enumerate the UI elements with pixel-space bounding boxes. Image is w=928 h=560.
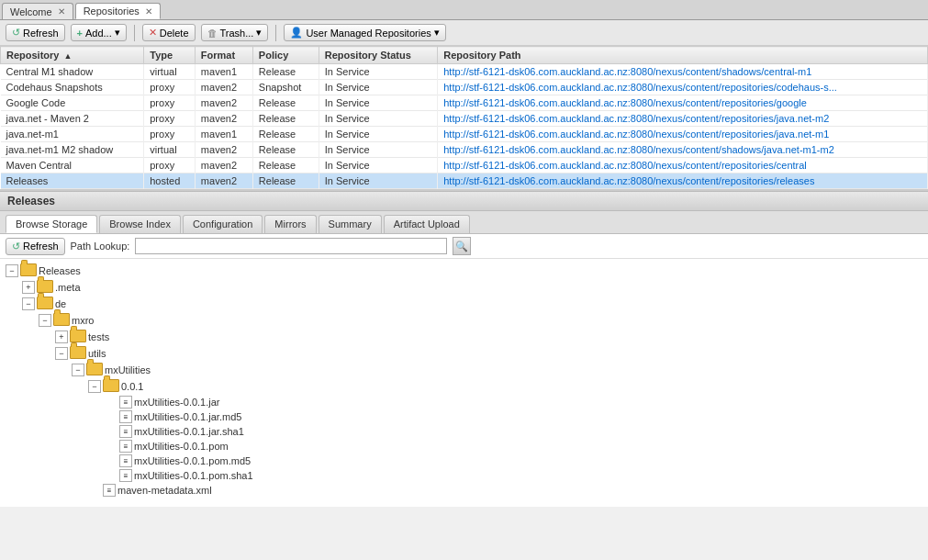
col-format[interactable]: Format [195, 47, 252, 64]
folder-icon [37, 297, 53, 311]
cell-format: maven1 [195, 64, 252, 80]
tree-expander[interactable]: + [55, 330, 68, 343]
cell-policy: Release [252, 127, 319, 142]
tab-repositories[interactable]: Repositories ✕ [75, 3, 161, 19]
file-icon: ≡ [119, 440, 132, 453]
sub-tab-mirrors[interactable]: Mirrors [264, 215, 316, 233]
table-row[interactable]: Central M1 shadow virtual maven1 Release… [1, 64, 928, 80]
table-row[interactable]: Google Code proxy maven2 Release In Serv… [1, 95, 928, 111]
tree-expander[interactable]: − [39, 314, 51, 327]
tree-expander[interactable] [105, 396, 117, 409]
col-path[interactable]: Repository Path [438, 47, 928, 64]
tree-expander[interactable]: − [72, 364, 84, 376]
tree-expander[interactable]: − [6, 264, 18, 277]
list-item[interactable]: − mxUtilities [6, 362, 922, 378]
trash-button[interactable]: 🗑 Trash... ▾ [201, 24, 269, 41]
file-icon: ≡ [119, 396, 132, 409]
table-row[interactable]: Releases hosted maven2 Release In Servic… [1, 174, 928, 189]
cell-repo: java.net-m1 M2 shadow [1, 142, 144, 158]
table-row[interactable]: Codehaus Snapshots proxy maven2 Snapshot… [1, 80, 928, 95]
cell-policy: Release [252, 158, 319, 174]
tree-item-label: mxUtilities-0.0.1.jar.sha1 [134, 426, 244, 437]
tree-expander[interactable]: − [55, 347, 68, 360]
col-policy[interactable]: Policy [252, 47, 319, 64]
list-item[interactable]: − de [6, 296, 922, 312]
cell-policy: Release [252, 64, 319, 80]
tree-expander[interactable] [105, 440, 117, 453]
cell-type: proxy [144, 80, 196, 95]
path-lookup-label: Path Lookup: [71, 241, 130, 252]
sub-tab-configuration[interactable]: Configuration [183, 215, 263, 233]
cell-status: In Service [319, 95, 437, 111]
table-row[interactable]: java.net - Maven 2 proxy maven2 Release … [1, 111, 928, 127]
list-item[interactable]: ≡mxUtilities-0.0.1.jar [6, 395, 922, 409]
sub-tab-summary[interactable]: Summary [319, 215, 382, 233]
cell-format: maven2 [195, 158, 252, 174]
table-row[interactable]: java.net-m1 proxy maven1 Release In Serv… [1, 127, 928, 142]
tree-expander[interactable] [88, 484, 101, 497]
delete-button[interactable]: ✕ Delete [142, 24, 196, 41]
tree-expander[interactable] [105, 410, 117, 423]
cell-path: http://stf-6121-dsk06.com.auckland.ac.nz… [438, 174, 928, 189]
tree-expander[interactable] [105, 425, 117, 438]
user-managed-button[interactable]: 👤 User Managed Repositories ▾ [284, 24, 445, 41]
list-item[interactable]: ≡mxUtilities-0.0.1.jar.sha1 [6, 424, 922, 439]
add-button[interactable]: + Add... ▾ [71, 24, 127, 41]
list-item[interactable]: − 0.0.1 [6, 378, 922, 395]
list-item[interactable]: ≡maven-metadata.xml [6, 483, 922, 498]
col-type[interactable]: Type [144, 47, 196, 64]
tree-expander[interactable] [105, 469, 117, 482]
add-icon: + [77, 28, 83, 39]
cell-type: proxy [144, 158, 196, 174]
browse-refresh-button[interactable]: ↺ Refresh [6, 238, 65, 255]
cell-policy: Snapshot [252, 80, 319, 95]
search-button[interactable]: 🔍 [453, 237, 471, 255]
list-item[interactable]: ≡mxUtilities-0.0.1.pom.sha1 [6, 468, 922, 483]
col-repository[interactable]: Repository ▲ [1, 47, 144, 64]
list-item[interactable]: ≡mxUtilities-0.0.1.pom.md5 [6, 454, 922, 468]
col-status[interactable]: Repository Status [319, 47, 437, 64]
table-row[interactable]: Maven Central proxy maven2 Release In Se… [1, 158, 928, 174]
browse-refresh-icon: ↺ [12, 241, 20, 252]
tree-item-label: mxUtilities-0.0.1.pom.sha1 [134, 470, 253, 481]
tab-repositories-close[interactable]: ✕ [145, 6, 152, 17]
tab-welcome-label: Welcome [10, 6, 52, 17]
cell-format: maven2 [195, 142, 252, 158]
tree-expander[interactable]: − [22, 297, 35, 310]
cell-repo: java.net-m1 [1, 127, 144, 142]
cell-format: maven1 [195, 127, 252, 142]
sub-tab-artifact-upload[interactable]: Artifact Upload [384, 215, 470, 233]
tree-expander[interactable]: − [88, 380, 101, 393]
cell-format: maven2 [195, 111, 252, 127]
cell-repo: Maven Central [1, 158, 144, 174]
cell-format: maven2 [195, 80, 252, 95]
list-item[interactable]: ≡mxUtilities-0.0.1.pom [6, 439, 922, 454]
sub-tab-browse-storage[interactable]: Browse Storage [6, 215, 97, 233]
cell-path: http://stf-6121-dsk06.com.auckland.ac.nz… [438, 64, 928, 80]
list-item[interactable]: − mxro [6, 312, 922, 329]
sub-tab-browse-index[interactable]: Browse Index [99, 215, 181, 233]
cell-repo: Central M1 shadow [1, 64, 144, 80]
list-item[interactable]: + tests [6, 329, 922, 345]
file-tree: − Releases+ .meta− de− mxro+ tests− util… [0, 259, 928, 507]
tree-item-label: .meta [55, 282, 81, 293]
tab-welcome-close[interactable]: ✕ [58, 6, 65, 17]
refresh-button[interactable]: ↺ Refresh [6, 24, 65, 41]
tree-item-label: mxro [72, 315, 94, 326]
refresh-icon: ↺ [12, 27, 20, 39]
list-item[interactable]: − utils [6, 345, 922, 362]
tree-item-label: mxUtilities-0.0.1.pom [134, 441, 229, 452]
list-item[interactable]: − Releases [6, 263, 922, 279]
path-lookup-input[interactable] [135, 238, 447, 254]
tree-expander[interactable]: + [22, 281, 35, 294]
tree-item-label: tests [88, 331, 109, 342]
list-item[interactable]: ≡mxUtilities-0.0.1.jar.md5 [6, 409, 922, 424]
cell-policy: Release [252, 95, 319, 111]
tree-item-label: mxUtilities-0.0.1.jar [134, 397, 220, 408]
list-item[interactable]: + .meta [6, 279, 922, 296]
table-row[interactable]: java.net-m1 M2 shadow virtual maven2 Rel… [1, 142, 928, 158]
cell-type: virtual [144, 142, 196, 158]
tab-welcome[interactable]: Welcome ✕ [2, 3, 73, 19]
tree-expander[interactable] [105, 454, 117, 467]
separator2 [275, 25, 276, 41]
